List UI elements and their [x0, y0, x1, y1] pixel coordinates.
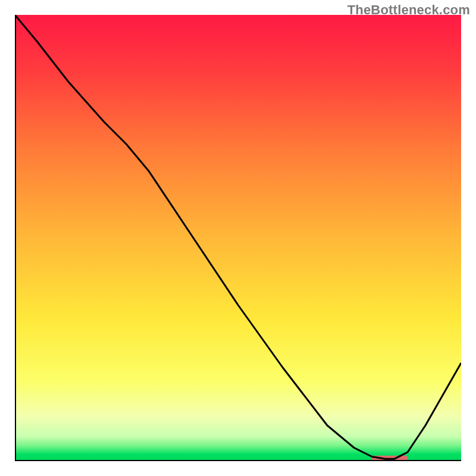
chart-container: TheBottleneck.com: [0, 0, 476, 476]
chart-background: [15, 15, 461, 461]
chart-plot: [15, 15, 461, 461]
chart-svg: [15, 15, 461, 461]
